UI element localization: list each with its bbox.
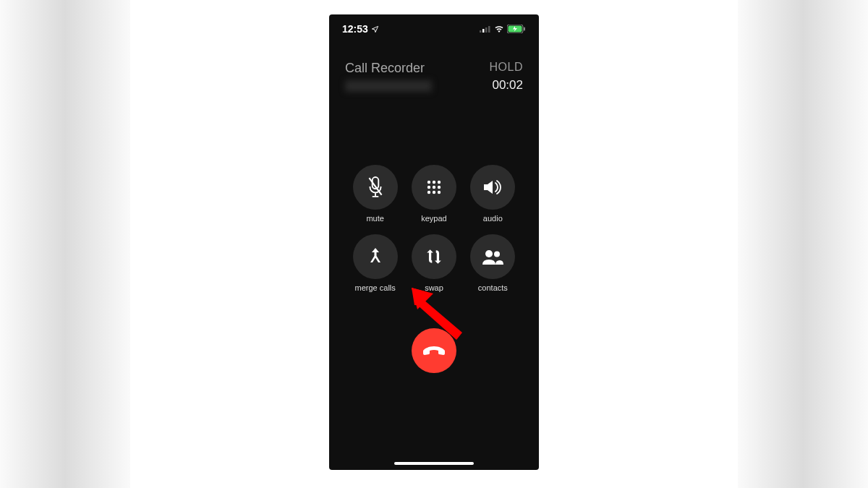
- hold-status-label: HOLD: [490, 61, 523, 74]
- swap-label: swap: [425, 283, 443, 292]
- location-arrow-icon: [371, 25, 379, 33]
- contacts-button[interactable]: [470, 234, 515, 279]
- status-bar-right: [480, 25, 526, 33]
- svg-rect-2: [485, 27, 488, 33]
- end-call-button[interactable]: [412, 328, 456, 373]
- home-indicator[interactable]: [394, 462, 474, 465]
- svg-point-11: [438, 181, 441, 184]
- caller-name-label: Call Recorder: [345, 61, 432, 76]
- audio-button[interactable]: [470, 165, 515, 210]
- contacts-label: contacts: [478, 283, 508, 292]
- svg-point-19: [494, 252, 500, 257]
- svg-rect-1: [482, 29, 485, 33]
- keypad-button[interactable]: [412, 165, 456, 210]
- merge-calls-button-wrap: merge calls: [349, 234, 401, 292]
- call-action-grid: mute keypad audio: [329, 165, 539, 292]
- battery-icon: [507, 25, 526, 33]
- wifi-icon: [494, 25, 504, 33]
- audio-label: audio: [483, 214, 503, 223]
- svg-point-18: [485, 250, 493, 257]
- keypad-button-wrap: keypad: [408, 165, 459, 223]
- svg-point-13: [433, 186, 435, 189]
- svg-point-14: [438, 186, 441, 189]
- svg-rect-3: [488, 26, 490, 33]
- merge-calls-button[interactable]: [353, 234, 398, 279]
- svg-point-15: [427, 191, 430, 194]
- hangup-icon: [422, 346, 446, 356]
- svg-point-10: [433, 181, 435, 184]
- svg-point-12: [427, 186, 430, 189]
- cellular-signal-icon: [480, 25, 491, 33]
- phone-number-blurred: [345, 80, 432, 92]
- audio-button-wrap: audio: [467, 165, 519, 223]
- status-bar: 12:53: [329, 14, 539, 35]
- article-side-gradient-right: [738, 0, 868, 488]
- svg-point-17: [438, 191, 441, 194]
- status-time: 12:53: [342, 23, 368, 35]
- svg-point-9: [427, 181, 430, 184]
- mute-button[interactable]: [353, 165, 398, 210]
- swap-button[interactable]: [412, 234, 456, 279]
- swap-icon: [425, 247, 443, 266]
- speaker-icon: [482, 179, 503, 196]
- keypad-label: keypad: [421, 214, 446, 223]
- call-duration-label: 00:02: [490, 78, 523, 93]
- mute-icon: [366, 176, 385, 198]
- contacts-icon: [482, 249, 503, 265]
- article-side-gradient-left: [0, 0, 130, 488]
- merge-calls-icon: [367, 247, 384, 267]
- svg-rect-0: [480, 30, 482, 33]
- status-bar-left: 12:53: [342, 23, 379, 35]
- svg-point-16: [433, 191, 435, 194]
- contacts-button-wrap: contacts: [467, 234, 519, 292]
- swap-button-wrap: swap: [408, 234, 459, 292]
- article-content-area: 12:53 Call Recorder: [130, 0, 738, 488]
- end-call-row: [329, 328, 539, 373]
- phone-screenshot: 12:53 Call Recorder: [329, 14, 539, 470]
- merge-calls-label: merge calls: [355, 283, 396, 292]
- mute-button-wrap: mute: [349, 165, 401, 223]
- keypad-icon: [425, 179, 443, 196]
- call-info-header: Call Recorder HOLD 00:02: [329, 35, 539, 93]
- svg-rect-6: [524, 27, 525, 31]
- mute-label: mute: [366, 214, 383, 223]
